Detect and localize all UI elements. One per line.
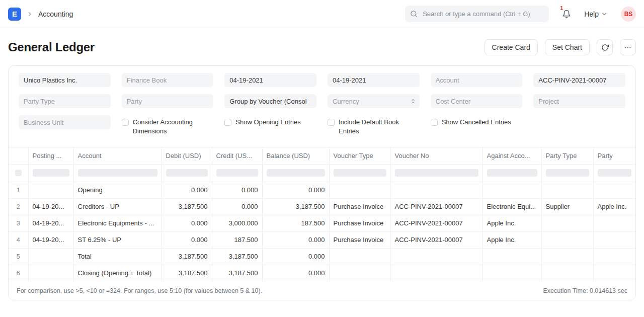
- cell-against-account[interactable]: Apple Inc.: [482, 231, 541, 248]
- cell-voucher-type[interactable]: Purchase Invoice: [329, 231, 390, 248]
- column-filter-input[interactable]: [334, 169, 386, 177]
- select-all-filter[interactable]: [15, 170, 22, 176]
- cell-debit[interactable]: 0.000: [162, 182, 212, 198]
- cell-debit[interactable]: 3,187.500: [162, 265, 212, 281]
- more-menu-button[interactable]: ⋯: [620, 39, 636, 55]
- breadcrumb-accounting[interactable]: Accounting: [38, 10, 73, 18]
- set-chart-button[interactable]: Set Chart: [545, 39, 590, 55]
- project-filter[interactable]: [533, 94, 625, 108]
- column-filter-input[interactable]: [395, 169, 478, 177]
- cell-account[interactable]: Total: [73, 248, 162, 265]
- cell-credit[interactable]: 187.500: [212, 231, 262, 248]
- row-number[interactable]: 3: [9, 215, 28, 231]
- search-input[interactable]: [422, 10, 544, 18]
- cell-posting-date[interactable]: 04-19-20...: [28, 198, 73, 215]
- checkbox-consider-accounting-dimensions[interactable]: Consider Accounting Dimensions: [122, 118, 214, 136]
- cell-party-type[interactable]: [541, 265, 593, 281]
- cell-posting-date[interactable]: [28, 265, 73, 281]
- cell-posting-date[interactable]: [28, 182, 73, 198]
- cell-party-type[interactable]: [541, 231, 593, 248]
- cell-debit[interactable]: 3,187.500: [162, 198, 212, 215]
- cell-account[interactable]: Closing (Opening + Total): [73, 265, 162, 281]
- col-against-account[interactable]: Against Acco...: [482, 147, 541, 164]
- cell-balance[interactable]: 0.000: [262, 182, 329, 198]
- col-party-type[interactable]: Party Type: [541, 147, 593, 164]
- cell-party[interactable]: [593, 265, 635, 281]
- column-filter-input[interactable]: [33, 169, 69, 177]
- group-by-select[interactable]: Group by Voucher (Consol: [224, 94, 316, 108]
- to-date-filter[interactable]: [328, 73, 420, 87]
- cell-voucher-no[interactable]: [390, 265, 482, 281]
- cell-party-type[interactable]: [541, 182, 593, 198]
- cell-posting-date[interactable]: [28, 248, 73, 265]
- column-filter-input[interactable]: [546, 169, 589, 177]
- cell-balance[interactable]: 0.000: [262, 231, 329, 248]
- cell-party[interactable]: [593, 215, 635, 231]
- cell-party[interactable]: [593, 231, 635, 248]
- party-type-filter[interactable]: [19, 94, 111, 108]
- party-filter[interactable]: [122, 94, 214, 108]
- col-credit[interactable]: Credit (US...: [212, 147, 262, 164]
- cell-voucher-type[interactable]: [329, 182, 390, 198]
- cell-balance[interactable]: 0.000: [262, 248, 329, 265]
- voucher-no-filter[interactable]: [533, 73, 625, 87]
- help-menu[interactable]: Help: [584, 10, 608, 18]
- cell-party[interactable]: [593, 182, 635, 198]
- cell-credit[interactable]: 0.000: [212, 182, 262, 198]
- cell-voucher-type[interactable]: Purchase Invoice: [329, 198, 390, 215]
- column-filter-input[interactable]: [267, 169, 325, 177]
- column-filter-input[interactable]: [216, 169, 258, 177]
- avatar[interactable]: BS: [621, 7, 636, 22]
- cell-account[interactable]: ST 6.25% - UP: [73, 231, 162, 248]
- cell-debit[interactable]: 0.000: [162, 231, 212, 248]
- cell-party-type[interactable]: Supplier: [541, 198, 593, 215]
- cell-credit[interactable]: 3,187.500: [212, 265, 262, 281]
- col-voucher-type[interactable]: Voucher Type: [329, 147, 390, 164]
- cell-credit[interactable]: 3,187.500: [212, 248, 262, 265]
- finance-book-filter[interactable]: [122, 73, 214, 87]
- cell-balance[interactable]: 187.500: [262, 215, 329, 231]
- cell-voucher-type[interactable]: [329, 248, 390, 265]
- row-number[interactable]: 4: [9, 231, 28, 248]
- cell-voucher-type[interactable]: [329, 265, 390, 281]
- col-debit[interactable]: Debit (USD): [162, 147, 212, 164]
- cell-against-account[interactable]: [482, 182, 541, 198]
- cell-against-account[interactable]: [482, 265, 541, 281]
- col-posting-date[interactable]: Posting ...: [28, 147, 73, 164]
- cell-against-account[interactable]: [482, 248, 541, 265]
- cell-account[interactable]: Opening: [73, 182, 162, 198]
- column-filter-input[interactable]: [598, 169, 631, 177]
- currency-select[interactable]: Currency: [328, 94, 420, 108]
- cell-voucher-no[interactable]: [390, 182, 482, 198]
- cell-credit[interactable]: 0.000: [212, 198, 262, 215]
- cell-debit[interactable]: 0.000: [162, 215, 212, 231]
- cell-voucher-no[interactable]: ACC-PINV-2021-00007: [390, 215, 482, 231]
- company-filter[interactable]: [19, 73, 111, 87]
- col-party[interactable]: Party: [593, 147, 635, 164]
- cell-party-type[interactable]: [541, 215, 593, 231]
- cell-balance[interactable]: 0.000: [262, 265, 329, 281]
- from-date-filter[interactable]: [224, 73, 316, 87]
- row-number[interactable]: 1: [9, 182, 28, 198]
- notifications-button[interactable]: 1: [562, 10, 571, 19]
- refresh-button[interactable]: [597, 39, 613, 55]
- checkbox-include-default-book-entries[interactable]: Include Default Book Entries: [328, 118, 420, 136]
- global-search[interactable]: [405, 6, 549, 22]
- cell-voucher-no[interactable]: ACC-PINV-2021-00007: [390, 231, 482, 248]
- row-number[interactable]: 6: [9, 265, 28, 281]
- cell-voucher-no[interactable]: ACC-PINV-2021-00007: [390, 198, 482, 215]
- create-card-button[interactable]: Create Card: [485, 39, 538, 55]
- cell-balance[interactable]: 3,187.500: [262, 198, 329, 215]
- cell-debit[interactable]: 3,187.500: [162, 248, 212, 265]
- cell-voucher-type[interactable]: Purchase Invoice: [329, 215, 390, 231]
- cell-against-account[interactable]: Electronic Equi...: [482, 198, 541, 215]
- cell-party-type[interactable]: [541, 248, 593, 265]
- cell-party[interactable]: Apple Inc.: [593, 198, 635, 215]
- cell-credit[interactable]: 3,000.000: [212, 215, 262, 231]
- column-filter-input[interactable]: [487, 169, 537, 177]
- col-account[interactable]: Account: [73, 147, 162, 164]
- cell-party[interactable]: [593, 248, 635, 265]
- account-filter[interactable]: [431, 73, 523, 87]
- business-unit-filter[interactable]: [19, 115, 111, 129]
- cell-voucher-no[interactable]: [390, 248, 482, 265]
